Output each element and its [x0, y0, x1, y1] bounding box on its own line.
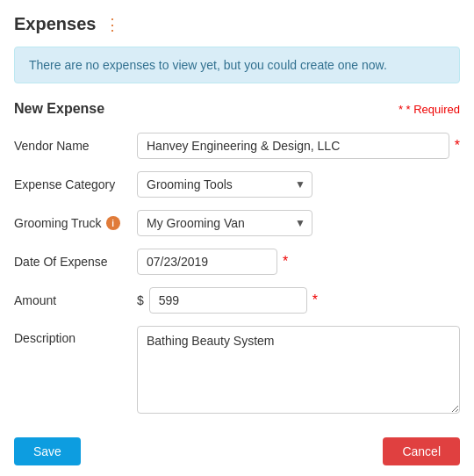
- save-button[interactable]: Save: [14, 437, 81, 465]
- amount-wrapper: $ *: [137, 287, 460, 314]
- page-header: Expenses ⋮: [14, 14, 460, 34]
- description-label: Description: [14, 326, 137, 345]
- description-wrapper: Bathing Beauty System: [137, 326, 460, 416]
- section-header: New Expense * * Required: [14, 101, 460, 117]
- date-of-expense-label: Date Of Expense: [14, 255, 137, 269]
- vendor-name-label: Vendor Name: [14, 139, 137, 153]
- vendor-name-required: *: [455, 138, 460, 154]
- amount-row: Amount $ *: [14, 287, 460, 314]
- date-of-expense-required: *: [283, 254, 288, 270]
- date-of-expense-input[interactable]: [137, 249, 277, 275]
- grooming-truck-row: Grooming Truck i My Grooming Van Truck 2…: [14, 210, 460, 236]
- grooming-truck-label: Grooming Truck i: [14, 216, 137, 230]
- amount-required: *: [312, 292, 318, 308]
- section-title: New Expense: [14, 101, 104, 117]
- grooming-truck-info-icon[interactable]: i: [106, 216, 120, 230]
- vendor-name-wrapper: *: [137, 133, 460, 159]
- banner-text: There are no expenses to view yet, but y…: [29, 58, 387, 72]
- amount-input[interactable]: [149, 287, 307, 314]
- description-textarea[interactable]: Bathing Beauty System: [137, 326, 460, 414]
- grooming-truck-select-wrapper: My Grooming Van Truck 2 Truck 3 ▼: [137, 210, 312, 236]
- currency-symbol: $: [137, 293, 144, 307]
- more-options-icon[interactable]: ⋮: [104, 15, 122, 34]
- expense-category-select[interactable]: Grooming Tools Supplies Equipment Other: [137, 171, 312, 198]
- grooming-truck-select[interactable]: My Grooming Van Truck 2 Truck 3: [137, 210, 312, 236]
- date-of-expense-row: Date Of Expense *: [14, 249, 460, 275]
- date-of-expense-wrapper: *: [137, 249, 460, 275]
- expense-category-wrapper: Grooming Tools Supplies Equipment Other …: [137, 171, 460, 198]
- amount-label: Amount: [14, 293, 137, 307]
- expense-category-select-wrapper: Grooming Tools Supplies Equipment Other …: [137, 171, 312, 198]
- page-title: Expenses: [14, 14, 96, 34]
- vendor-name-input[interactable]: [137, 133, 449, 159]
- grooming-truck-wrapper: My Grooming Van Truck 2 Truck 3 ▼: [137, 210, 460, 236]
- cancel-button[interactable]: Cancel: [383, 437, 460, 465]
- required-note: * * Required: [399, 103, 460, 116]
- description-row: Description Bathing Beauty System: [14, 326, 460, 416]
- expense-category-row: Expense Category Grooming Tools Supplies…: [14, 171, 460, 198]
- expense-category-label: Expense Category: [14, 177, 137, 191]
- form-footer: Save Cancel: [14, 437, 460, 465]
- vendor-name-row: Vendor Name *: [14, 133, 460, 159]
- info-banner: There are no expenses to view yet, but y…: [14, 47, 460, 83]
- required-star: *: [399, 103, 406, 116]
